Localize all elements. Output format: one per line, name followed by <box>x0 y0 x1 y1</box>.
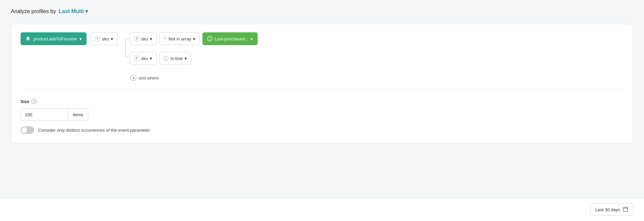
filter-row-2-operator[interactable]: ○ Is true ▾ <box>159 52 191 65</box>
svg-text:i: i <box>210 37 211 41</box>
and-where-label: and where <box>138 75 159 81</box>
filter-row-2-field-chevron: ▾ <box>150 56 152 61</box>
event-button-chevron: ▾ <box>79 36 82 41</box>
svg-rect-5 <box>623 207 628 211</box>
filter-row-1-value-label: Last-purchased... <box>215 36 248 41</box>
bracket-svg <box>122 32 130 63</box>
sku-main-chevron: ▾ <box>111 36 113 41</box>
filter-row-1-field-label: sku <box>141 36 148 41</box>
event-button-label: product.addToFavorite <box>33 36 77 41</box>
filter-row-1-field[interactable]: T sku ▾ <box>130 32 157 45</box>
filter-row-2: T sku ▾ ○ Is true ▾ <box>130 52 258 65</box>
date-range-button[interactable]: Last 30 days <box>590 203 633 216</box>
size-input-row: items <box>21 108 623 121</box>
analyze-prefix: Analyze profiles by <box>11 8 56 14</box>
header-row: Analyze profiles by Last Multi ▾ <box>11 8 633 14</box>
filter-row-1-operator-chevron: ▾ <box>193 36 195 41</box>
bell-icon <box>25 36 31 41</box>
size-items-badge: items <box>68 108 88 121</box>
distinct-toggle[interactable] <box>21 126 34 134</box>
event-button[interactable]: product.addToFavorite ▾ <box>21 32 87 45</box>
size-label-text: Size <box>21 99 29 104</box>
analyze-by-link[interactable]: Last Multi ▾ <box>59 8 88 14</box>
main-card: product.addToFavorite ▾ T sku ▾ <box>11 24 633 144</box>
toggle-row: Consider only distinct occurrences of th… <box>21 126 623 134</box>
filter-row-2-operator-circle: ○ <box>164 56 168 61</box>
filter-row-1-field-chevron: ▾ <box>150 36 152 41</box>
filter-row-1: T sku ▾ T Not in array ▾ i <box>130 32 258 45</box>
analyze-by-label: Last Multi <box>59 8 84 14</box>
toggle-slider <box>21 126 34 134</box>
size-section: Size i items Consider only distinct occu… <box>21 97 623 134</box>
size-input[interactable] <box>21 108 68 121</box>
filter-row-2-field-icon: T <box>134 56 139 61</box>
bottom-bar: Last 30 days <box>0 198 644 221</box>
filter-section: product.addToFavorite ▾ T sku ▾ <box>21 32 623 81</box>
filter-row-1-operator-icon: T <box>164 36 166 41</box>
toggle-label-text: Consider only distinct occurrences of th… <box>38 128 150 133</box>
sku-main-label: sku <box>102 36 109 41</box>
size-label-row: Size i <box>21 99 623 104</box>
date-range-label: Last 30 days <box>595 207 620 212</box>
sku-type-icon: T <box>95 36 100 41</box>
bracket-container: T sku ▾ T Not in array ▾ i <box>122 32 258 81</box>
filter-row-2-field[interactable]: T sku ▾ <box>130 52 157 65</box>
filter-row-1-operator[interactable]: T Not in array ▾ <box>159 32 200 45</box>
and-where-row[interactable]: + and where <box>130 75 258 81</box>
filter-row-2-operator-chevron: ▾ <box>185 56 187 61</box>
calendar-icon <box>623 207 628 213</box>
analyze-by-chevron: ▾ <box>85 8 88 14</box>
and-where-plus-icon: + <box>130 75 136 81</box>
filter-rows-stack: T sku ▾ T Not in array ▾ i <box>130 32 258 81</box>
sku-main-dropdown[interactable]: T sku ▾ <box>91 32 118 45</box>
filter-row-1-operator-label: Not in array <box>168 36 191 41</box>
filter-row-1-field-icon: T <box>134 36 139 41</box>
filter-row-1-value-icon: i <box>207 36 213 41</box>
filter-row-2-operator-label: Is true <box>170 56 183 61</box>
size-info-icon: i <box>31 99 37 104</box>
section-divider <box>21 89 623 89</box>
filter-row-1-value-chevron: ▾ <box>251 36 253 41</box>
filter-row-1-value[interactable]: i Last-purchased... ▾ <box>202 32 257 45</box>
size-items-label: items <box>73 112 83 117</box>
filter-row-2-field-label: sku <box>141 56 148 61</box>
